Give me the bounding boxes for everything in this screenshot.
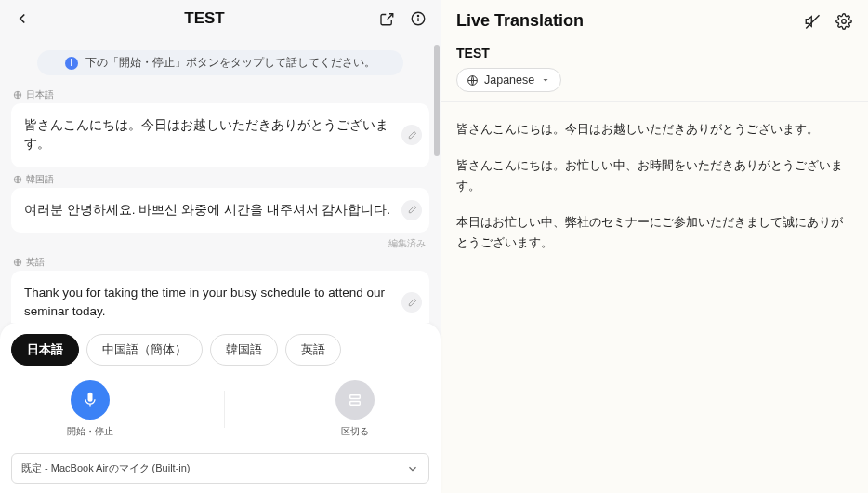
transcript-card: 皆さんこんにちは。今日はお越しいただきありがとうございます。 (11, 103, 429, 167)
svg-rect-8 (349, 402, 360, 406)
lang-tab-en[interactable]: 英語 (285, 334, 341, 366)
info-icon[interactable] (409, 9, 427, 28)
hint-icon: i (65, 57, 78, 70)
translation-line: 皆さんこんにちは。お忙しい中、お時間をいただきありがとうございます。 (456, 155, 853, 197)
hint-text: 下の「開始・停止」ボタンをタップして話してください。 (85, 56, 375, 70)
globe-icon (467, 74, 479, 87)
mic-select[interactable]: 既定 - MacBook Airのマイク (Built-in) (11, 453, 429, 484)
divider (224, 391, 225, 428)
dropdown-caret-icon (540, 74, 551, 86)
back-button[interactable] (13, 9, 32, 28)
lang-tab-ko[interactable]: 韓国語 (210, 334, 278, 366)
transcript-card: Thank you for taking the time in your bu… (11, 271, 429, 323)
svg-line-9 (806, 15, 819, 28)
mute-icon[interactable] (803, 12, 822, 31)
translation-line: 本日はお忙しい中、弊社のセミナーにご参加いただきまして誠にありがとうございます。 (456, 212, 853, 254)
lang-tab-ja[interactable]: 日本語 (11, 334, 79, 366)
chevron-down-icon (406, 462, 419, 475)
right-subheader: TEST Japanese (441, 42, 868, 102)
edit-button[interactable] (401, 292, 422, 313)
svg-point-10 (842, 19, 847, 23)
edit-button[interactable] (401, 125, 422, 145)
live-translation-heading: Live Translation (456, 11, 584, 31)
edit-button[interactable] (401, 200, 422, 220)
start-stop-button[interactable] (71, 380, 110, 420)
segment-label: 区切る (341, 425, 369, 438)
lang-label: 韓国語 (13, 173, 429, 186)
language-tabs: 日本語 中国語（簡体） 韓国語 英語 (11, 334, 429, 366)
language-chip[interactable]: Japanese (456, 68, 561, 92)
svg-rect-7 (349, 395, 360, 399)
scrollbar[interactable] (433, 45, 441, 316)
edited-badge: 編集済み (11, 238, 426, 250)
segment-button[interactable] (335, 380, 375, 420)
left-header: TEST (0, 0, 441, 37)
page-title: TEST (32, 9, 377, 28)
svg-point-2 (417, 15, 418, 16)
transcript-blocks: 日本語 皆さんこんにちは。今日はお越しいただきありがとうございます。 韓国語 여… (0, 85, 441, 323)
transcript-card: 여러분 안녕하세요. 바쁘신 와중에 시간을 내주셔서 감사합니다. (11, 188, 429, 233)
bottom-controls: 日本語 中国語（簡体） 韓国語 英語 開始・停止 区切る 既定 - MacBoo… (0, 323, 441, 493)
hint-banner: i 下の「開始・停止」ボタンをタップして話してください。 (37, 50, 403, 75)
lang-tab-zh[interactable]: 中国語（簡体） (86, 334, 203, 366)
right-subtitle: TEST (456, 46, 853, 60)
share-icon[interactable] (377, 9, 396, 28)
start-stop-label: 開始・停止 (67, 425, 113, 438)
translation-body: 皆さんこんにちは。今日はお越しいただきありがとうございます。 皆さんこんにちは。… (441, 102, 868, 286)
right-header: Live Translation (441, 0, 868, 42)
lang-label: 日本語 (13, 88, 429, 101)
translation-line: 皆さんこんにちは。今日はお越しいただきありがとうございます。 (456, 119, 853, 140)
lang-label: 英語 (13, 256, 429, 269)
settings-icon[interactable] (835, 12, 853, 31)
